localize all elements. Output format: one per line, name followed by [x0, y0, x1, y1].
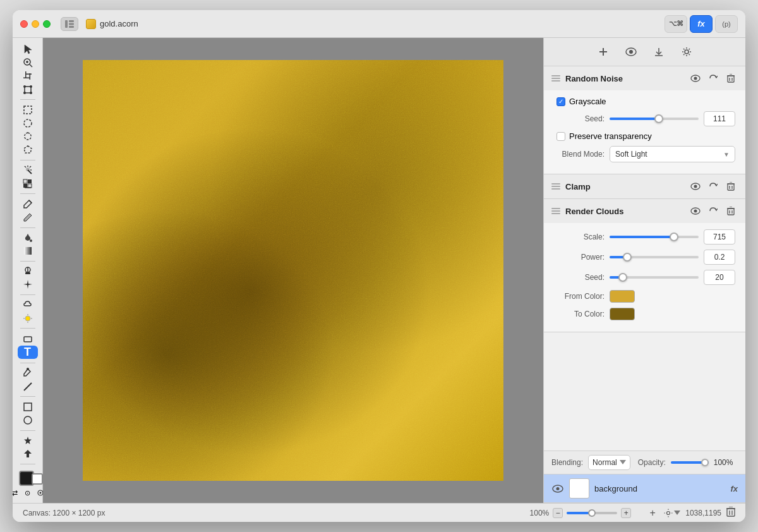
render-clouds-reset[interactable]	[706, 204, 720, 218]
brighten-tool[interactable]	[18, 312, 38, 324]
fx-panel-button[interactable]: fx	[690, 15, 713, 33]
layer-add-button[interactable]: +	[646, 507, 659, 519]
fill-tool[interactable]	[18, 231, 38, 243]
preserve-transparency-checkbox[interactable]	[556, 132, 565, 141]
crop-tool[interactable]	[18, 70, 38, 82]
poly-lasso-tool[interactable]	[18, 144, 38, 156]
random-noise-reset[interactable]	[706, 71, 720, 85]
tool-divider-4	[20, 227, 35, 228]
render-clouds-delete[interactable]	[724, 204, 738, 218]
svg-point-48	[24, 416, 32, 424]
transform-tool[interactable]	[18, 83, 38, 95]
gradient-tool[interactable]	[18, 245, 38, 257]
grayscale-checkbox[interactable]: ✓	[556, 97, 565, 106]
blend-mode-dropdown[interactable]: Soft Light ▼	[610, 146, 735, 162]
render-clouds-visibility[interactable]	[689, 204, 702, 218]
shape-rect-tool[interactable]	[18, 332, 38, 344]
p-panel-button[interactable]: (p)	[715, 15, 738, 33]
tool-divider-10	[20, 430, 35, 431]
blending-mode-value: Normal	[593, 458, 617, 467]
clamp-reset[interactable]	[706, 179, 720, 193]
sidebar-toggle-button[interactable]	[61, 17, 78, 31]
clamp-delete[interactable]	[724, 179, 738, 193]
opacity-slider[interactable]	[671, 461, 709, 464]
zoom-in-button[interactable]: +	[621, 508, 631, 518]
select-tool[interactable]	[18, 43, 38, 55]
cloud-tool[interactable]	[18, 299, 38, 311]
layer-visibility-button[interactable]	[551, 482, 564, 495]
power-slider[interactable]	[610, 256, 699, 258]
scale-value[interactable]: 715	[704, 229, 735, 245]
zoom-tool[interactable]	[18, 56, 38, 68]
star-tool[interactable]	[18, 434, 38, 446]
panel-toolbar	[544, 38, 745, 66]
scale-slider[interactable]	[610, 236, 699, 238]
stamp-tool[interactable]	[18, 265, 38, 277]
app-window: gold.acorn ⌥⌘ fx (p)	[13, 10, 745, 522]
seed-slider[interactable]	[610, 118, 699, 120]
line-tool[interactable]	[18, 380, 38, 392]
filters-panel-button[interactable]: ⌥⌘	[665, 15, 687, 33]
clouds-seed-slider[interactable]	[610, 276, 699, 279]
arrow-shape-tool[interactable]	[18, 448, 38, 460]
export-button[interactable]	[650, 43, 668, 61]
text-tool[interactable]: T	[18, 346, 38, 359]
panel-settings-button[interactable]	[678, 43, 695, 61]
sparkle-tool[interactable]	[18, 279, 38, 291]
seed-value[interactable]: 111	[704, 111, 735, 126]
default-colors-button[interactable]: ⊙	[23, 488, 33, 498]
opacity-value: 100%	[714, 458, 733, 467]
magic-eraser-tool[interactable]	[18, 178, 38, 190]
minimize-button[interactable]	[32, 20, 39, 28]
from-color-chip[interactable]	[610, 290, 635, 303]
clamp-drag-handle[interactable]	[551, 182, 560, 191]
render-clouds-controls	[689, 204, 738, 218]
clamp-visibility[interactable]	[689, 179, 702, 193]
add-filter-button[interactable]	[594, 43, 612, 61]
random-noise-delete[interactable]	[724, 71, 738, 85]
svg-point-75	[694, 210, 697, 213]
canvas-area[interactable]	[43, 38, 543, 503]
background-color[interactable]	[32, 473, 43, 485]
blending-label: Blending:	[551, 458, 583, 467]
blending-mode-dropdown[interactable]: Normal	[588, 455, 630, 470]
blend-mode-value: Soft Light	[615, 150, 647, 159]
swap-colors-button[interactable]: ⇄	[13, 488, 20, 498]
pen-tool[interactable]	[18, 367, 38, 379]
grayscale-row: ✓ Grayscale	[554, 97, 735, 106]
brush-tool[interactable]	[18, 198, 38, 210]
layer-fx-button[interactable]: fx	[730, 484, 738, 493]
layer-settings-button[interactable]	[664, 509, 680, 517]
svg-point-61	[694, 77, 697, 80]
zoom-out-button[interactable]: −	[553, 508, 563, 518]
power-value[interactable]: 0.2	[704, 250, 735, 265]
clouds-seed-value[interactable]: 20	[704, 270, 735, 285]
svg-point-52	[39, 492, 41, 494]
layer-delete-button[interactable]	[726, 507, 735, 519]
svg-rect-86	[727, 509, 735, 516]
rect-shape-tool[interactable]	[18, 401, 38, 413]
random-noise-visibility[interactable]	[689, 71, 702, 85]
random-noise-drag-handle[interactable]	[551, 74, 560, 83]
svg-rect-12	[25, 74, 32, 75]
visibility-button[interactable]	[622, 43, 640, 61]
random-noise-controls	[689, 71, 738, 85]
maximize-button[interactable]	[43, 20, 51, 28]
svg-rect-30	[28, 184, 32, 188]
pencil-tool[interactable]	[18, 211, 38, 223]
magic-wand-tool[interactable]	[18, 164, 38, 176]
clouds-seed-row: Seed: 20	[554, 270, 735, 285]
ellipse-select-tool[interactable]	[18, 117, 38, 129]
render-clouds-drag-handle[interactable]	[551, 207, 560, 215]
ellipse-shape-tool[interactable]	[18, 414, 38, 426]
svg-rect-37	[25, 272, 30, 274]
scale-row: Scale: 715	[554, 229, 735, 245]
close-button[interactable]	[20, 20, 28, 28]
rect-select-tool[interactable]	[18, 104, 38, 116]
layer-row[interactable]: background fx	[544, 475, 745, 503]
to-color-chip[interactable]	[610, 308, 635, 320]
lasso-tool[interactable]	[18, 130, 38, 142]
zoom-percent: 100%	[530, 509, 550, 517]
random-noise-body: ✓ Grayscale Seed: 111	[544, 90, 745, 174]
zoom-slider[interactable]	[567, 512, 617, 514]
